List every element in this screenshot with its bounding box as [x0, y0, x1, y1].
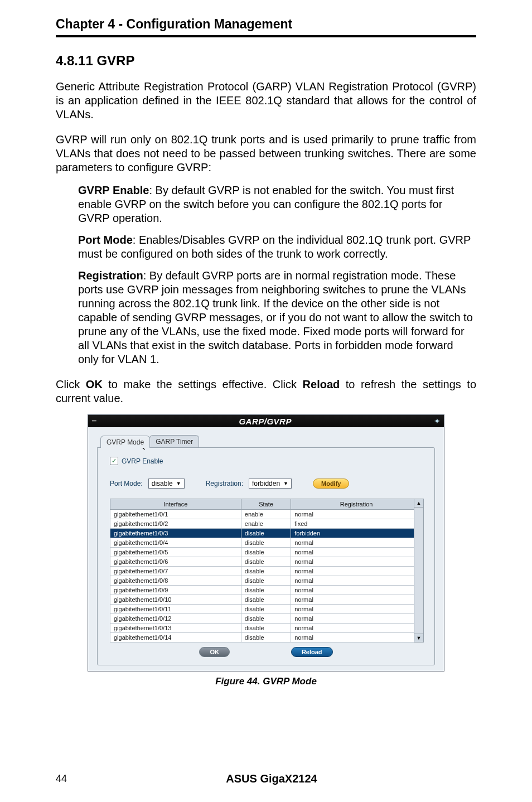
cell-interface: gigabitethernet1/0/8: [110, 576, 241, 586]
table-row[interactable]: gigabitethernet1/0/2enablefixed: [110, 519, 422, 529]
cell-interface: gigabitethernet1/0/6: [110, 557, 241, 567]
cell-registration: normal: [291, 510, 422, 519]
cell-state: disable: [241, 557, 291, 567]
chapter-header: Chapter 4 - Configuration Management: [56, 17, 476, 37]
cell-state: disable: [241, 567, 291, 576]
param-registration-text: : By default GVRP ports are in normal re…: [78, 269, 473, 365]
cell-registration: forbidden: [291, 529, 422, 538]
cell-state: disable: [241, 605, 291, 614]
param-gvrp-enable: GVRP Enable: By default GVRP is not enab…: [78, 183, 476, 225]
param-gvrp-enable-label: GVRP Enable: [78, 184, 149, 196]
cell-registration: normal: [291, 538, 422, 548]
click-text-2: to make the settings effective. Click: [103, 378, 303, 390]
tab-gvrp-mode[interactable]: GVRP Mode: [100, 436, 150, 448]
cell-state: disable: [241, 576, 291, 586]
registration-field-label: Registration:: [206, 480, 243, 487]
cell-interface: gigabitethernet1/0/1: [110, 510, 241, 519]
click-text-1: Click: [56, 378, 86, 390]
col-interface[interactable]: Interface: [110, 499, 241, 510]
table-row[interactable]: gigabitethernet1/0/11disablenormal: [110, 605, 422, 614]
table-row[interactable]: gigabitethernet1/0/10disablenormal: [110, 595, 422, 605]
cell-interface: gigabitethernet1/0/5: [110, 548, 241, 557]
cell-interface: gigabitethernet1/0/4: [110, 538, 241, 548]
table-row[interactable]: gigabitethernet1/0/5disablenormal: [110, 548, 422, 557]
window-title: GARP/GVRP: [239, 417, 292, 426]
cell-registration: normal: [291, 548, 422, 557]
table-row[interactable]: gigabitethernet1/0/12disablenormal: [110, 614, 422, 624]
collapse-icon[interactable]: −: [91, 416, 96, 426]
cell-state: disable: [241, 538, 291, 548]
cell-state: disable: [241, 614, 291, 624]
scroll-down-icon[interactable]: ▼: [414, 634, 423, 642]
ok-word: OK: [86, 378, 103, 390]
interface-table: Interface State Registration gigabitethe…: [110, 499, 422, 642]
cell-registration: normal: [291, 614, 422, 624]
cell-interface: gigabitethernet1/0/9: [110, 586, 241, 595]
cell-interface: gigabitethernet1/0/14: [110, 633, 241, 642]
param-port-mode-text: : Enables/Disables GVRP on the individua…: [78, 234, 471, 260]
table-row[interactable]: gigabitethernet1/0/9disablenormal: [110, 586, 422, 595]
cell-state: disable: [241, 624, 291, 633]
figure-screenshot: − GARP/GVRP ✦ GVRP Mode GARP Timer ↖ ✓ G…: [88, 414, 444, 671]
paragraph-intro-2: GVRP will run only on 802.1Q trunk ports…: [56, 133, 476, 175]
reload-button[interactable]: Reload: [291, 647, 333, 657]
table-row[interactable]: gigabitethernet1/0/14disablenormal: [110, 633, 422, 642]
window-corner-icon: ✦: [434, 417, 441, 426]
chevron-down-icon: ▼: [176, 481, 181, 486]
window-titlebar: − GARP/GVRP ✦: [88, 415, 444, 427]
cell-interface: gigabitethernet1/0/11: [110, 605, 241, 614]
cell-registration: normal: [291, 605, 422, 614]
table-row[interactable]: gigabitethernet1/0/6disablenormal: [110, 557, 422, 567]
cell-state: disable: [241, 586, 291, 595]
table-row[interactable]: gigabitethernet1/0/3disableforbidden: [110, 529, 422, 538]
ok-button[interactable]: OK: [199, 647, 230, 657]
gvrp-enable-checkbox[interactable]: ✓: [110, 457, 118, 465]
col-registration[interactable]: Registration: [291, 499, 422, 510]
cell-interface: gigabitethernet1/0/12: [110, 614, 241, 624]
chevron-down-icon: ▼: [283, 481, 288, 486]
tab-garp-timer[interactable]: GARP Timer: [149, 435, 199, 447]
cell-state: disable: [241, 595, 291, 605]
figure-caption: Figure 44. GVRP Mode: [56, 676, 476, 687]
modify-button[interactable]: Modify: [313, 479, 349, 489]
table-row[interactable]: gigabitethernet1/0/13disablenormal: [110, 624, 422, 633]
cell-state: disable: [241, 633, 291, 642]
cell-registration: normal: [291, 557, 422, 567]
table-row[interactable]: gigabitethernet1/0/8disablenormal: [110, 576, 422, 586]
cell-registration: normal: [291, 567, 422, 576]
paragraph-intro-1: Generic Attribute Registration Protocol …: [56, 80, 476, 122]
registration-value: forbidden: [252, 480, 280, 487]
cell-registration: normal: [291, 633, 422, 642]
scroll-up-icon[interactable]: ▲: [414, 499, 423, 508]
cell-registration: normal: [291, 576, 422, 586]
port-mode-dropdown[interactable]: disable ▼: [148, 479, 185, 489]
col-state[interactable]: State: [241, 499, 291, 510]
table-row[interactable]: gigabitethernet1/0/1enablenormal: [110, 510, 422, 519]
cell-interface: gigabitethernet1/0/10: [110, 595, 241, 605]
param-port-mode-label: Port Mode: [78, 234, 133, 246]
section-title: 4.8.11 GVRP: [56, 53, 476, 69]
param-registration: Registration: By default GVRP ports are …: [78, 269, 476, 366]
footer-title: ASUS GigaX2124: [67, 772, 476, 785]
gvrp-enable-checkbox-label: GVRP Enable: [122, 457, 163, 465]
cell-registration: fixed: [291, 519, 422, 529]
cell-state: enable: [241, 510, 291, 519]
registration-dropdown[interactable]: forbidden ▼: [249, 479, 292, 489]
click-instruction: Click OK to make the settings effective.…: [56, 378, 476, 405]
cell-registration: normal: [291, 595, 422, 605]
port-mode-value: disable: [152, 480, 173, 487]
cell-interface: gigabitethernet1/0/13: [110, 624, 241, 633]
cell-registration: normal: [291, 586, 422, 595]
table-row[interactable]: gigabitethernet1/0/7disablenormal: [110, 567, 422, 576]
cell-registration: normal: [291, 624, 422, 633]
cell-interface: gigabitethernet1/0/7: [110, 567, 241, 576]
table-row[interactable]: gigabitethernet1/0/4disablenormal: [110, 538, 422, 548]
param-registration-label: Registration: [78, 269, 143, 282]
page-number: 44: [56, 773, 67, 785]
cell-state: enable: [241, 519, 291, 529]
param-port-mode: Port Mode: Enables/Disables GVRP on the …: [78, 233, 476, 261]
scrollbar[interactable]: ▲ ▼: [414, 499, 424, 642]
cell-state: disable: [241, 548, 291, 557]
cell-interface: gigabitethernet1/0/3: [110, 529, 241, 538]
cell-interface: gigabitethernet1/0/2: [110, 519, 241, 529]
